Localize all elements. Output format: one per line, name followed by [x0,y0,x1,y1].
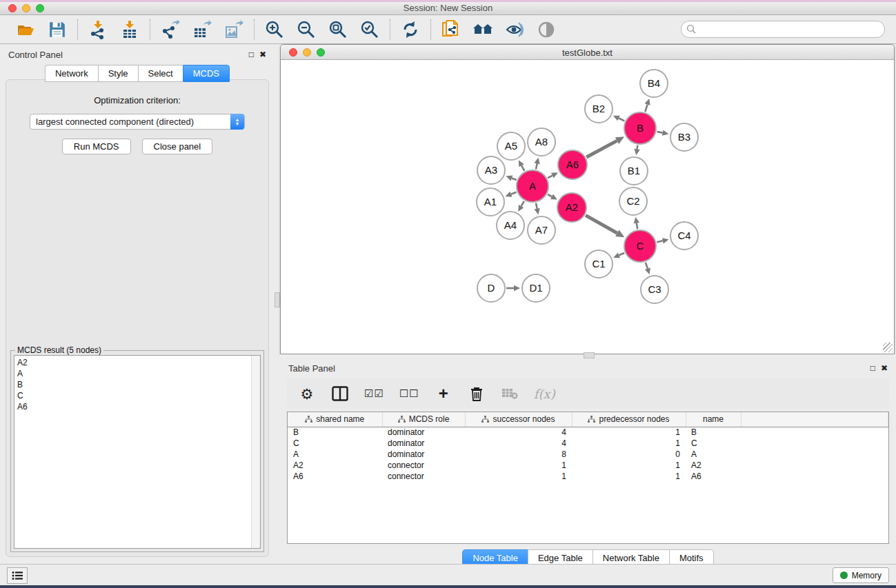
edge-C-C4[interactable] [657,241,663,242]
edge-A-A3[interactable] [512,178,517,180]
first-neighbors-icon[interactable] [471,19,495,41]
edge-A6-B[interactable] [586,141,617,157]
criterion-dropdown[interactable]: largest connected component (directed) ▲… [30,114,245,130]
table-header-row[interactable]: shared nameMCDS rolesuccessor nodesprede… [288,412,888,427]
table-row[interactable]: Adominator80A [288,449,888,460]
cell[interactable]: A6 [686,471,741,482]
export-image-icon[interactable] [222,19,246,41]
column-header-shared-name[interactable]: shared name [288,412,382,427]
column-header-name[interactable]: name [686,412,741,427]
run-mcds-button[interactable]: Run MCDS [62,139,131,154]
cell[interactable]: A [686,449,741,460]
column-view-icon[interactable] [331,383,349,404]
cell[interactable]: 4 [465,427,572,438]
cell[interactable]: connector [382,460,465,471]
zoom-in-icon[interactable] [263,19,286,41]
tab-network[interactable]: Network [45,65,98,82]
delete-icon[interactable] [468,383,486,404]
float-table-panel-icon[interactable]: □ [870,364,875,372]
cell[interactable]: 1 [465,471,572,482]
task-history-button[interactable] [7,567,28,584]
edge-C-C1[interactable] [619,253,624,255]
zoom-selected-icon[interactable] [358,19,381,41]
network-canvas[interactable]: B4B2BB3B1A5A8A6A3AA1A2A4A7C2C4CC1C3DD1 [281,60,894,354]
cell[interactable]: dominator [382,438,465,449]
cell[interactable]: A [288,449,382,460]
settings-gear-icon[interactable]: ⚙ [298,383,316,404]
edge-A-A5[interactable] [521,165,524,171]
column-header-MCDS-role[interactable]: MCDS role [382,412,465,427]
table-row[interactable]: Bdominator41B [288,427,888,438]
column-header-predecessor-nodes[interactable]: predecessor nodes [572,412,686,427]
cell[interactable]: 0 [572,449,686,460]
result-item[interactable]: A2 [17,357,257,368]
result-item[interactable]: C [17,390,257,401]
cell[interactable]: 1 [572,438,686,449]
result-item[interactable]: A [17,368,257,379]
table-row[interactable]: A2connector11A2 [288,460,888,471]
zoom-fit-icon[interactable] [326,19,350,41]
show-all-icon[interactable] [535,19,558,41]
result-item[interactable]: A6 [17,401,257,412]
cell[interactable]: 1 [572,460,686,471]
vertical-split-divider[interactable] [275,44,280,564]
edge-A-A6[interactable] [548,176,552,179]
delete-table-icon[interactable] [501,383,519,404]
edge-B-B4[interactable] [645,105,647,112]
cell[interactable]: 4 [465,438,572,449]
network-minimize-button[interactable] [303,48,311,57]
edge-B-B3[interactable] [657,132,662,133]
column-header-successor-nodes[interactable]: successor nodes [465,412,572,427]
tab-mcds[interactable]: MCDS [183,65,230,82]
cell[interactable]: 8 [465,449,572,460]
apply-layout-icon[interactable] [399,19,422,41]
export-network-icon[interactable] [159,19,182,41]
horizontal-split-divider[interactable] [280,354,896,359]
cell[interactable]: A2 [686,460,741,471]
cell[interactable]: dominator [382,449,465,460]
edge-C-C3[interactable] [646,263,648,269]
new-network-from-selection-icon[interactable] [439,19,463,41]
table-row[interactable]: Cdominator41C [288,438,888,449]
result-scrollbar[interactable] [251,356,260,548]
network-close-button[interactable] [289,48,297,57]
deselect-all-icon[interactable]: ☐☐ [399,383,419,404]
float-panel-icon[interactable]: □ [249,50,254,59]
network-maximize-button[interactable] [317,48,325,57]
cell[interactable]: C [288,438,382,449]
close-table-panel-icon[interactable]: ✖ [881,364,888,372]
vertical-split-grip[interactable] [275,292,280,307]
window-resize-grip[interactable] [883,343,893,352]
edge-B-B1[interactable] [637,145,638,150]
add-icon[interactable]: + [435,383,452,404]
edge-C-C2[interactable] [637,223,637,230]
cell[interactable]: connector [382,471,465,482]
cell[interactable]: C [686,438,741,449]
cell[interactable]: B [288,427,382,438]
result-item[interactable]: B [17,379,257,390]
hide-selected-icon[interactable] [503,19,526,41]
open-session-icon[interactable] [14,19,37,41]
memory-button[interactable]: Memory [833,567,889,583]
zoom-out-icon[interactable] [295,19,318,41]
edge-A-A4[interactable] [521,201,524,206]
cell[interactable]: dominator [382,427,465,438]
cell[interactable]: 1 [572,471,686,482]
table-row[interactable]: A6connector11A6 [288,471,888,482]
edge-A-A8[interactable] [536,163,537,169]
save-session-icon[interactable] [46,19,69,41]
import-table-icon[interactable] [118,19,141,41]
import-network-icon[interactable] [86,19,110,41]
cell[interactable]: B [686,427,741,438]
cell[interactable]: A6 [288,471,382,482]
function-builder-icon[interactable]: f(x) [534,383,555,404]
tab-style[interactable]: Style [98,65,138,82]
tab-select[interactable]: Select [138,65,183,82]
close-panel-icon[interactable]: ✖ [259,50,266,59]
edge-A-A1[interactable] [511,192,517,194]
export-table-icon[interactable] [190,19,214,41]
edge-B-B2[interactable] [619,119,624,121]
close-panel-button[interactable]: Close panel [142,139,213,154]
edge-A2-C[interactable] [586,215,617,233]
edge-A-A2[interactable] [548,194,552,196]
